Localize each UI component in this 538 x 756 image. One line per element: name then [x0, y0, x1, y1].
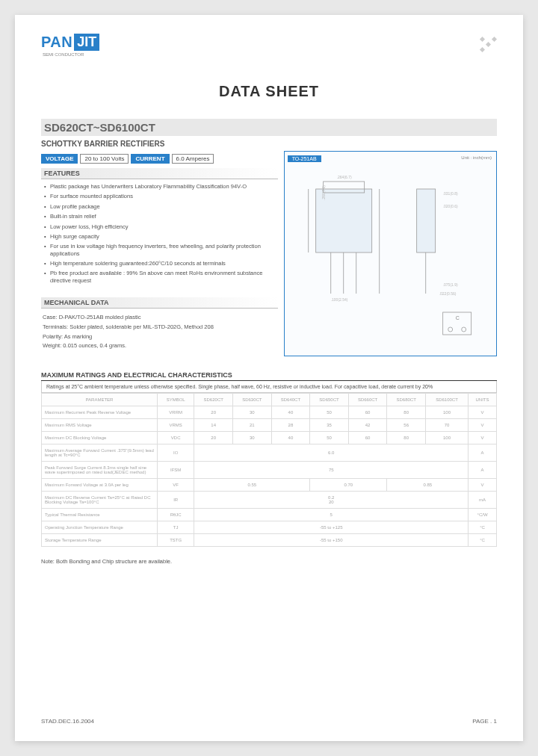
col-part: SD680CT — [387, 394, 426, 406]
logo-subtitle: SEMI CONDUCTOR — [43, 52, 497, 57]
logo-text-jit: JIT — [74, 34, 99, 51]
current-label: CURRENT — [131, 154, 169, 164]
cell-value: 100 — [425, 406, 468, 419]
col-part: SD660CT — [348, 394, 387, 406]
table-row: Maximum DC Reverse Current Ta=25°C at Ra… — [42, 492, 497, 509]
cell-value: 100 — [425, 432, 468, 444]
voltage-value: 20 to 100 Volts — [80, 154, 129, 164]
cell-symbol: VRMS — [158, 419, 194, 432]
ratings-conditions: Ratings at 25°C ambient temperature unle… — [41, 381, 497, 393]
cell-unit: V — [469, 479, 497, 492]
cell-value: 42 — [348, 419, 387, 432]
cell-parameter: Peak Forward Surge Current 8.3ms single … — [42, 462, 158, 479]
svg-text:.031(0.8): .031(0.8) — [442, 191, 457, 196]
svg-text:.020(0.6): .020(0.6) — [442, 204, 457, 208]
feature-item: Pb free product are available : 99% Sn a… — [44, 270, 278, 284]
cell-value: 40 — [271, 432, 310, 444]
feature-item: For surface mounted applications — [44, 193, 278, 199]
svg-point-10 — [448, 327, 452, 332]
table-row: Maximum Recurrent Peak Reverse VoltageVR… — [42, 406, 497, 419]
cell-value: 14 — [194, 419, 233, 432]
col-part: SD630CT — [233, 394, 272, 406]
cell-unit: V — [469, 419, 497, 432]
cell-value: 50 — [310, 432, 349, 444]
cell-parameter: Typical Thermal Resistance — [42, 509, 158, 521]
feature-item: Plastic package has Underwriters Laborat… — [44, 183, 278, 190]
cell-symbol: TJ — [158, 521, 194, 534]
feature-item: Low power loss, High efficiency — [44, 223, 278, 230]
cell-symbol: RθJC — [158, 509, 194, 521]
cell-symbol: IFSM — [158, 462, 194, 479]
col-symbol: SYMBOL — [158, 394, 194, 406]
cell-value: 5 — [194, 509, 469, 521]
svg-text:.260(7.1): .260(7.1) — [321, 185, 325, 200]
cell-parameter: Maximum RMS Voltage — [42, 419, 158, 432]
cell-symbol: VDC — [158, 432, 194, 444]
cell-parameter: Maximum Forward Voltage at 3.0A per leg — [42, 479, 158, 492]
document-title: DATA SHEET — [41, 83, 497, 100]
product-type: SCHOTTKY BARRIER RECTIFIERS — [41, 140, 497, 148]
svg-point-11 — [461, 327, 466, 332]
col-part: SD640CT — [271, 394, 310, 406]
svg-text:.100(2.54): .100(2.54) — [330, 297, 347, 302]
cell-value: 80 — [387, 432, 426, 444]
cell-symbol: VF — [158, 479, 194, 492]
cell-unit: V — [469, 406, 497, 419]
mech-weight: Weight: 0.015 ounces, 0.4 grams. — [43, 341, 278, 351]
svg-text:C: C — [455, 315, 459, 320]
cell-value: -55 to +125 — [194, 521, 469, 534]
cell-value: 35 — [310, 419, 349, 432]
page-footer: STAD.DEC.16.2004 PAGE . 1 — [41, 718, 497, 725]
feature-item: Built-in strain relief — [44, 213, 278, 220]
feature-item: Low profile package — [44, 203, 278, 210]
col-units: UNITS — [469, 394, 497, 406]
cell-symbol: VRRM — [158, 406, 194, 419]
svg-text:.075(1.9): .075(1.9) — [442, 282, 457, 287]
voltage-label: VOLTAGE — [41, 154, 78, 164]
mech-polarity: Polarity: As marking — [43, 332, 278, 342]
feature-item: For use in low voltage high frequency in… — [44, 243, 278, 257]
cell-value: 28 — [271, 419, 310, 432]
cell-value: 30 — [233, 432, 272, 444]
svg-text:.264(6.7): .264(6.7) — [336, 175, 351, 179]
mech-case: Case: D-PAK/TO-251AB molded plastic — [43, 313, 278, 323]
cell-value: 0.55 — [194, 479, 310, 492]
cell-value: -55 to +150 — [194, 534, 469, 547]
feature-item: High surge capacity — [44, 233, 278, 240]
col-part: SD620CT — [194, 394, 233, 406]
table-row: Maximum Average Forward Current .375"(9.… — [42, 444, 497, 462]
col-part: SD650CT — [310, 394, 349, 406]
table-row: Peak Forward Surge Current 8.3ms single … — [42, 462, 497, 479]
cell-parameter: Maximum Average Forward Current .375"(9.… — [42, 444, 158, 462]
cell-value: 40 — [271, 406, 310, 419]
cell-value: 75 — [194, 462, 469, 479]
cell-value: 0.85 — [387, 479, 469, 492]
cell-unit: V — [469, 432, 497, 444]
cell-unit: °C — [469, 534, 497, 547]
table-row: Typical Thermal ResistanceRθJC5°C/W — [42, 509, 497, 521]
mechanical-data: Case: D-PAK/TO-251AB molded plastic Term… — [41, 313, 278, 351]
cell-unit: A — [469, 444, 497, 462]
package-diagram: TO-251AB Unit : inch(mm) C — [284, 151, 497, 356]
col-parameter: PARAMETER — [42, 394, 158, 406]
features-list: Plastic package has Underwriters Laborat… — [41, 183, 278, 284]
cell-symbol: IR — [158, 492, 194, 509]
cell-parameter: Storage Temperature Range — [42, 534, 158, 547]
feature-item: High temperature soldering guaranteed:26… — [44, 260, 278, 267]
table-row: Storage Temperature RangeTSTG-55 to +150… — [42, 534, 497, 547]
cell-value: 20 — [194, 406, 233, 419]
cell-parameter: Maximum DC Blocking Voltage — [42, 432, 158, 444]
cell-value: 21 — [233, 419, 272, 432]
package-label: TO-251AB — [288, 155, 321, 162]
svg-rect-5 — [416, 189, 435, 252]
cell-value: 50 — [310, 406, 349, 419]
features-heading: FEATURES — [41, 168, 278, 179]
mech-terminals: Terminals: Solder plated, solderable per… — [43, 323, 278, 332]
cell-value: 0.70 — [310, 479, 387, 492]
table-row: Operating Junction Temperature RangeTJ-5… — [42, 521, 497, 534]
cell-value: 20 — [194, 432, 233, 444]
svg-text:.022(0.56): .022(0.56) — [439, 291, 456, 296]
cell-value: 60 — [348, 406, 387, 419]
cell-parameter: Maximum DC Reverse Current Ta=25°C at Ra… — [42, 492, 158, 509]
footer-date: STAD.DEC.16.2004 — [41, 718, 94, 725]
